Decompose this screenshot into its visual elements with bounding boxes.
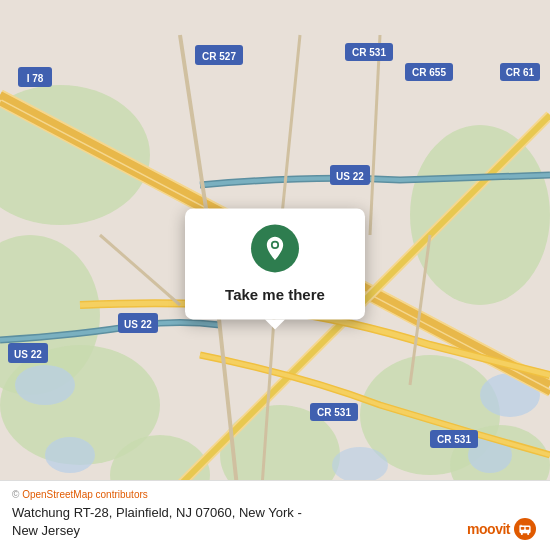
svg-rect-43 bbox=[526, 527, 530, 530]
openstreetmap-link[interactable]: OpenStreetMap contributors bbox=[22, 489, 148, 500]
take-me-there-button[interactable]: Take me there bbox=[217, 282, 333, 307]
svg-text:US 22: US 22 bbox=[124, 319, 152, 330]
svg-text:I 78: I 78 bbox=[27, 73, 44, 84]
address-line1: Watchung RT-28, Plainfield, NJ 07060, Ne… bbox=[12, 505, 302, 520]
svg-point-9 bbox=[15, 365, 75, 405]
address-line2: New Jersey bbox=[12, 523, 80, 538]
svg-point-10 bbox=[45, 437, 95, 473]
svg-text:CR 61: CR 61 bbox=[506, 67, 535, 78]
location-pin-icon bbox=[261, 234, 289, 262]
svg-rect-46 bbox=[519, 525, 522, 527]
address-text: Watchung RT-28, Plainfield, NJ 07060, Ne… bbox=[12, 504, 538, 540]
copyright-symbol: © bbox=[12, 489, 19, 500]
svg-point-4 bbox=[410, 125, 550, 305]
popup-card: Take me there bbox=[185, 208, 365, 319]
svg-text:CR 531: CR 531 bbox=[352, 47, 386, 58]
svg-text:CR 531: CR 531 bbox=[317, 407, 351, 418]
popup-tail bbox=[265, 319, 285, 329]
svg-point-45 bbox=[527, 533, 529, 535]
svg-text:CR 655: CR 655 bbox=[412, 67, 446, 78]
svg-point-40 bbox=[273, 243, 278, 248]
svg-text:CR 527: CR 527 bbox=[202, 51, 236, 62]
copyright-text: © OpenStreetMap contributors bbox=[12, 489, 538, 500]
svg-text:CR 531: CR 531 bbox=[437, 434, 471, 445]
svg-text:US 22: US 22 bbox=[14, 349, 42, 360]
moovit-logo: moovit bbox=[463, 516, 540, 542]
popup-icon-circle bbox=[251, 224, 299, 272]
svg-point-44 bbox=[521, 533, 523, 535]
map-container: I 78 CR 527 US 22 US 22 US 22 CR 531 CR … bbox=[0, 0, 550, 550]
moovit-logo-text: moovit bbox=[467, 521, 510, 537]
moovit-logo-icon bbox=[514, 518, 536, 540]
svg-text:US 22: US 22 bbox=[336, 171, 364, 182]
svg-point-13 bbox=[332, 447, 388, 483]
svg-rect-42 bbox=[521, 527, 525, 530]
moovit-bus-icon bbox=[518, 522, 532, 536]
